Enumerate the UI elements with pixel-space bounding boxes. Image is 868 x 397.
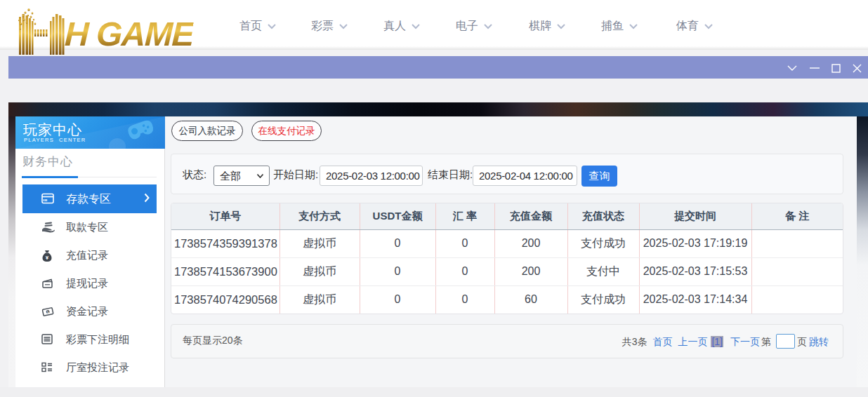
svg-text:¥: ¥ (46, 255, 49, 261)
